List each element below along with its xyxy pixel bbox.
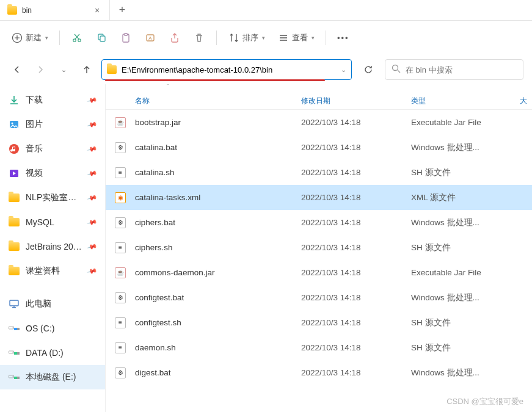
address-bar[interactable]: ⌄: [101, 59, 352, 80]
pin-icon: 📌: [87, 143, 98, 154]
sidebar-item-label: 此电脑: [26, 298, 97, 309]
column-date[interactable]: 修改日期: [301, 96, 411, 106]
sidebar-item-label: 课堂资料: [26, 266, 82, 276]
separator: [216, 31, 217, 45]
file-date: 2022/10/3 14:18: [301, 343, 411, 352]
file-row[interactable]: ☕ commons-daemon.jar 2022/10/3 14:18 Exe…: [106, 260, 532, 285]
new-button[interactable]: 新建 ▾: [6, 27, 53, 49]
pin-icon: 📌: [87, 95, 98, 106]
file-type: SH 源文件: [411, 167, 503, 178]
sort-button[interactable]: 排序 ▾: [223, 27, 270, 49]
delete-button[interactable]: [188, 27, 210, 49]
pin-icon: 📌: [87, 192, 98, 203]
tab-bar: bin × +: [0, 0, 532, 21]
file-date: 2022/10/3 14:18: [301, 368, 411, 377]
file-icon: ⚙: [106, 292, 135, 303]
file-row[interactable]: ☕ bootstrap.jar 2022/10/3 14:18 Executab…: [106, 110, 532, 135]
sidebar-item-label: DATA (D:): [26, 348, 97, 358]
file-row[interactable]: ⚙ configtest.bat 2022/10/3 14:18 Windows…: [106, 285, 532, 310]
sidebar-item[interactable]: 图片 📌: [0, 112, 105, 137]
search-input[interactable]: [406, 65, 517, 74]
view-label: 查看: [292, 32, 308, 43]
drive-icon: [9, 323, 20, 334]
up-button[interactable]: [78, 61, 95, 78]
file-icon: ≡: [106, 317, 135, 328]
svg-point-9: [393, 65, 398, 71]
sidebar-item-label: JetBrains 2022: [26, 242, 82, 251]
drive-icon: [9, 372, 20, 383]
column-type[interactable]: 类型: [411, 96, 503, 106]
sidebar-item-thispc[interactable]: 此电脑: [0, 292, 105, 316]
path-input[interactable]: [122, 65, 336, 74]
file-type: SH 源文件: [411, 242, 503, 253]
search-bar[interactable]: [385, 59, 523, 80]
pictures-icon: [9, 119, 20, 130]
file-row[interactable]: ≡ configtest.sh 2022/10/3 14:18 SH 源文件: [106, 310, 532, 335]
sidebar-item-label: 图片: [26, 119, 82, 130]
column-size[interactable]: 大: [503, 96, 532, 106]
file-row[interactable]: ⚙ catalina.bat 2022/10/3 14:18 Windows 批…: [106, 135, 532, 160]
video-icon: [9, 168, 20, 179]
cut-button[interactable]: [66, 27, 88, 49]
view-button[interactable]: 查看 ▾: [272, 27, 319, 49]
file-row[interactable]: ≡ catalina.sh 2022/10/3 14:18 SH 源文件: [106, 160, 532, 185]
download-icon: [9, 95, 20, 106]
file-row[interactable]: ⚙ ciphers.bat 2022/10/3 14:18 Windows 批处…: [106, 210, 532, 235]
tab-active[interactable]: bin ×: [0, 0, 110, 20]
file-name: bootstrap.jar: [135, 118, 301, 127]
file-type: Windows 批处理...: [411, 142, 503, 153]
music-icon: [9, 143, 20, 154]
file-row[interactable]: ◉ catalina-tasks.xml 2022/10/3 14:18 XML…: [106, 185, 532, 210]
sidebar-item-label: 视频: [26, 168, 82, 179]
file-date: 2022/10/3 14:18: [301, 168, 411, 177]
file-row[interactable]: ≡ daemon.sh 2022/10/3 14:18 SH 源文件: [106, 335, 532, 360]
forward-button[interactable]: [32, 61, 49, 78]
copy-icon: [95, 32, 107, 44]
sidebar-item[interactable]: 课堂资料 📌: [0, 259, 105, 283]
sidebar-item-drive[interactable]: 本地磁盘 (E:): [0, 365, 105, 389]
sidebar-item[interactable]: MySQL 📌: [0, 210, 105, 234]
file-icon: ☕: [106, 117, 135, 128]
column-name[interactable]: 名称: [106, 96, 301, 106]
file-icon: ⚙: [106, 217, 135, 228]
folder-icon: [9, 241, 20, 252]
svg-rect-4: [100, 36, 105, 42]
file-icon: ◉: [106, 192, 135, 203]
new-tab-button[interactable]: +: [110, 0, 134, 20]
file-date: 2022/10/3 14:18: [301, 293, 411, 302]
paste-button[interactable]: [115, 27, 137, 49]
copy-button[interactable]: [90, 27, 112, 49]
sidebar-item[interactable]: 下载 📌: [0, 88, 105, 112]
file-date: 2022/10/3 14:18: [301, 318, 411, 327]
sidebar-item-drive[interactable]: OS (C:): [0, 316, 105, 341]
sidebar-item[interactable]: NLP实验室相关 📌: [0, 186, 105, 210]
rename-button[interactable]: A: [139, 27, 161, 49]
close-icon[interactable]: ×: [92, 5, 102, 15]
file-row[interactable]: ≡ ciphers.sh 2022/10/3 14:18 SH 源文件: [106, 235, 532, 260]
sidebar-item[interactable]: 视频 📌: [0, 161, 105, 186]
cut-icon: [71, 32, 83, 44]
svg-point-20: [13, 377, 13, 377]
sidebar-item-label: 下载: [26, 95, 82, 106]
search-icon: [392, 64, 401, 75]
file-row[interactable]: ⚙ digest.bat 2022/10/3 14:18 Windows 批处理…: [106, 360, 532, 385]
share-button[interactable]: [164, 27, 186, 49]
nav-bar: ⌄ ⌄: [0, 55, 532, 84]
file-name: configtest.sh: [135, 318, 301, 327]
file-icon: ☕: [106, 267, 135, 278]
rename-icon: A: [144, 32, 156, 44]
sidebar-item[interactable]: 音乐 📌: [0, 137, 105, 161]
back-button[interactable]: [9, 61, 26, 78]
ellipsis-icon: •••: [337, 34, 349, 43]
sidebar-item-drive[interactable]: DATA (D:): [0, 341, 105, 365]
sidebar-item[interactable]: JetBrains 2022 📌: [0, 234, 105, 259]
pc-icon: [9, 298, 20, 309]
refresh-button[interactable]: [358, 59, 379, 80]
more-button[interactable]: •••: [332, 27, 354, 49]
file-type: SH 源文件: [411, 317, 503, 328]
recent-button[interactable]: ⌄: [55, 61, 72, 78]
chevron-down-icon: ⌄: [61, 66, 67, 74]
new-label: 新建: [26, 32, 42, 43]
chevron-down-icon[interactable]: ⌄: [341, 66, 346, 74]
file-icon: ≡: [106, 242, 135, 253]
